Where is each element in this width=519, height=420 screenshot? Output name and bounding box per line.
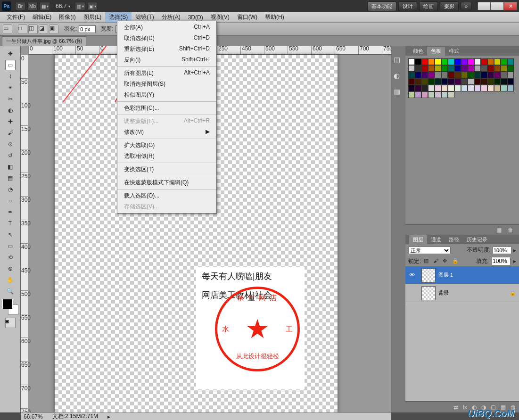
- minimize-button[interactable]: —: [478, 2, 491, 10]
- swatch[interactable]: [435, 85, 441, 91]
- 3d-camera-tool[interactable]: ⊚: [5, 264, 16, 274]
- swatch[interactable]: [421, 91, 428, 98]
- adjustments-panel-icon[interactable]: ◐: [394, 72, 403, 81]
- close-button[interactable]: ✕: [504, 2, 517, 10]
- swatch[interactable]: [408, 72, 415, 78]
- swatch[interactable]: [421, 65, 428, 72]
- swatch[interactable]: [501, 85, 507, 91]
- sel-new-icon[interactable]: □: [18, 25, 27, 34]
- swatch[interactable]: [441, 72, 448, 78]
- swatch[interactable]: [428, 78, 435, 85]
- menu-help[interactable]: 帮助(H): [261, 12, 288, 22]
- swatch-grid[interactable]: [405, 56, 519, 101]
- swatch[interactable]: [474, 78, 481, 85]
- blend-mode-select[interactable]: 正常: [408, 247, 451, 254]
- swatch[interactable]: [421, 85, 428, 91]
- swatch[interactable]: [448, 91, 454, 98]
- swatch[interactable]: [507, 78, 514, 85]
- swatch[interactable]: [408, 91, 415, 98]
- swatch[interactable]: [435, 65, 441, 72]
- swatch[interactable]: [421, 78, 428, 85]
- swatch[interactable]: [474, 85, 481, 91]
- layer-row[interactable]: 👁图层 1: [405, 266, 519, 284]
- menu-image[interactable]: 图像(I): [55, 12, 79, 22]
- tab-channels[interactable]: 通道: [427, 235, 445, 244]
- swatch[interactable]: [448, 72, 454, 78]
- gradient-tool[interactable]: ▤: [5, 173, 16, 183]
- fill-caret-icon[interactable]: ▸: [513, 258, 516, 264]
- masks-panel-icon[interactable]: ▥: [394, 88, 403, 97]
- workspace-design[interactable]: 设计: [398, 1, 417, 11]
- layer-name[interactable]: 图层 1: [438, 272, 510, 279]
- swatch[interactable]: [468, 58, 474, 65]
- visibility-icon[interactable]: 👁: [405, 272, 419, 279]
- menu-item[interactable]: 变换选区(T): [117, 164, 216, 175]
- swatch[interactable]: [507, 65, 514, 72]
- swatch[interactable]: [441, 58, 448, 65]
- menu-item[interactable]: 所有图层(L)Alt+Ctrl+A: [117, 68, 216, 79]
- tab-color[interactable]: 颜色: [409, 47, 427, 56]
- workspace-essentials[interactable]: 基本功能: [367, 1, 396, 11]
- swatch[interactable]: [408, 65, 415, 72]
- swatch[interactable]: [494, 72, 501, 78]
- swatch[interactable]: [461, 78, 468, 85]
- swatch[interactable]: [435, 72, 441, 78]
- marquee-tool[interactable]: ▭: [5, 60, 16, 70]
- path-select-tool[interactable]: ↖: [5, 230, 16, 240]
- 3d-tool[interactable]: ⟲: [5, 252, 16, 263]
- swatch[interactable]: [487, 65, 494, 72]
- swatch[interactable]: [428, 85, 435, 91]
- swatch[interactable]: [415, 65, 421, 72]
- lock-paint-icon[interactable]: 🖌: [433, 258, 440, 264]
- swatch[interactable]: [441, 85, 448, 91]
- eyedropper-tool[interactable]: ◐: [5, 105, 16, 115]
- swatch[interactable]: [435, 58, 441, 65]
- swatch[interactable]: [487, 58, 494, 65]
- sel-add-icon[interactable]: ◫: [28, 25, 38, 34]
- sel-intersect-icon[interactable]: ▣: [49, 25, 58, 34]
- layer-thumb[interactable]: [421, 268, 436, 282]
- tab-paths[interactable]: 路径: [445, 235, 463, 244]
- menu-window[interactable]: 窗口(W): [233, 12, 261, 22]
- shape-tool[interactable]: ▭: [5, 241, 16, 251]
- wand-tool[interactable]: ✴: [5, 82, 16, 93]
- stamp-tool[interactable]: ⊙: [5, 139, 16, 149]
- new-swatch-icon[interactable]: ▦: [496, 227, 505, 233]
- tab-styles[interactable]: 样式: [445, 47, 463, 56]
- swatch[interactable]: [448, 65, 454, 72]
- swatch[interactable]: [435, 91, 441, 98]
- swatch[interactable]: [468, 65, 474, 72]
- tab-history[interactable]: 历史记录: [463, 235, 491, 244]
- history-brush-tool[interactable]: ↺: [5, 150, 16, 161]
- swatch[interactable]: [468, 85, 474, 91]
- workspace-photography[interactable]: 摄影: [440, 1, 459, 11]
- delete-swatch-icon[interactable]: 🗑: [508, 227, 516, 233]
- swatch[interactable]: [501, 72, 507, 78]
- swatch[interactable]: [415, 72, 421, 78]
- tab-swatches[interactable]: 色板: [427, 47, 445, 56]
- sel-sub-icon[interactable]: ◪: [39, 25, 48, 34]
- arrange-button[interactable]: ▥▾: [75, 2, 85, 10]
- swatch[interactable]: [494, 85, 501, 91]
- menu-item[interactable]: 全部(A)Ctrl+A: [117, 22, 216, 33]
- swatch[interactable]: [448, 58, 454, 65]
- color-swatches[interactable]: [2, 299, 18, 315]
- menu-item[interactable]: 相似图层(Y): [117, 90, 216, 100]
- swatch[interactable]: [428, 91, 435, 98]
- menu-item[interactable]: 选取相似(R): [117, 151, 216, 162]
- swatch[interactable]: [494, 65, 501, 72]
- swatch[interactable]: [474, 72, 481, 78]
- menu-file[interactable]: 文件(F): [3, 12, 29, 22]
- dodge-tool[interactable]: ○: [5, 196, 16, 206]
- swatch[interactable]: [441, 65, 448, 72]
- eraser-tool[interactable]: ◧: [5, 162, 16, 172]
- menu-item[interactable]: 重新选择(E)Shift+Ctrl+D: [117, 44, 216, 55]
- swatch[interactable]: [454, 65, 461, 72]
- swatch[interactable]: [481, 65, 487, 72]
- view-extras-button[interactable]: ▦▾: [40, 2, 50, 10]
- swatch[interactable]: [481, 72, 487, 78]
- menu-item[interactable]: 修改(M)▶: [117, 127, 216, 138]
- menu-item[interactable]: 取消选择图层(S): [117, 79, 216, 90]
- swatch[interactable]: [468, 78, 474, 85]
- swatch[interactable]: [415, 58, 421, 65]
